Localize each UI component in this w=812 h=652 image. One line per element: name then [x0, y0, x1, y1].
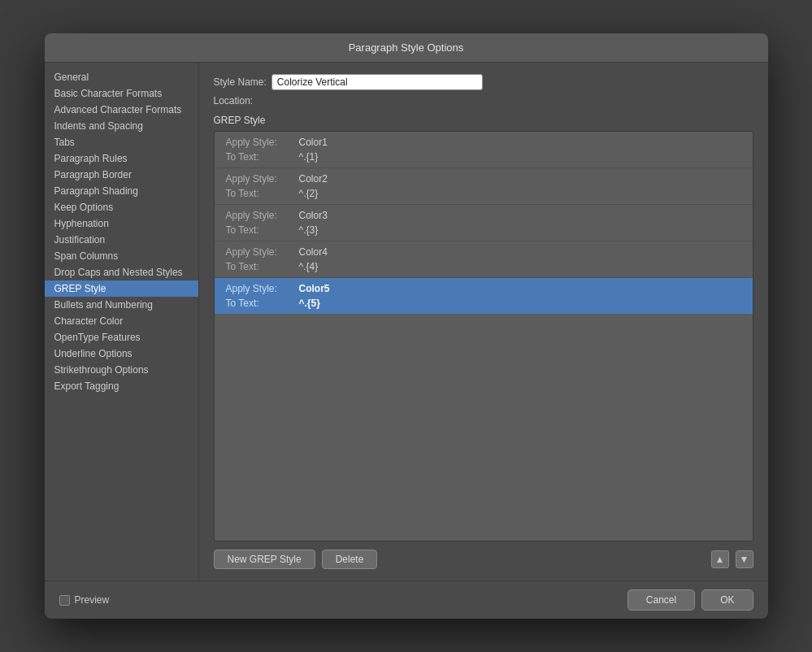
sidebar-item-basic-character-formats[interactable]: Basic Character Formats — [45, 85, 198, 102]
grep-buttons-row: New GREP Style Delete ▲ ▼ — [214, 550, 753, 569]
sidebar: GeneralBasic Character FormatsAdvanced C… — [45, 63, 199, 580]
to-text-value-4: ^.{4} — [299, 261, 319, 272]
grep-row-1[interactable]: Apply Style:Color1To Text:^.{1} — [215, 132, 753, 168]
sidebar-item-drop-caps-and-nested-styles[interactable]: Drop Caps and Nested Styles — [45, 264, 198, 280]
to-text-label-3: To Text: — [226, 224, 299, 236]
style-name-input[interactable] — [271, 74, 483, 90]
cancel-button[interactable]: Cancel — [627, 589, 695, 611]
to-text-label-2: To Text: — [226, 188, 299, 199]
sidebar-item-paragraph-border[interactable]: Paragraph Border — [45, 167, 198, 183]
apply-style-value-2: Color2 — [299, 173, 328, 185]
apply-style-value-1: Color1 — [299, 137, 328, 148]
sidebar-item-underline-options[interactable]: Underline Options — [45, 346, 198, 362]
apply-style-label-4: Apply Style: — [226, 246, 299, 258]
apply-style-label-5: Apply Style: — [226, 283, 299, 294]
to-text-value-2: ^.{2} — [299, 188, 319, 199]
dialog-title: Paragraph Style Options — [45, 33, 768, 63]
sidebar-item-indents-and-spacing[interactable]: Indents and Spacing — [45, 118, 198, 134]
location-label: Location: — [214, 95, 254, 106]
sidebar-item-strikethrough-options[interactable]: Strikethrough Options — [45, 362, 198, 378]
to-text-label-1: To Text: — [226, 151, 299, 163]
to-text-value-5: ^.{5} — [299, 298, 320, 309]
sidebar-item-bullets-and-numbering[interactable]: Bullets and Numbering — [45, 297, 198, 313]
delete-button[interactable]: Delete — [322, 550, 378, 569]
apply-style-label-3: Apply Style: — [226, 210, 299, 221]
preview-checkbox[interactable] — [59, 595, 70, 606]
to-text-value-3: ^.{3} — [299, 224, 319, 236]
sidebar-item-paragraph-shading[interactable]: Paragraph Shading — [45, 183, 198, 199]
to-text-label-5: To Text: — [226, 298, 299, 309]
main-content: Style Name: Location: GREP Style Apply S… — [199, 63, 768, 580]
to-text-label-4: To Text: — [226, 261, 299, 272]
new-grep-style-button[interactable]: New GREP Style — [214, 550, 315, 569]
grep-row-5[interactable]: Apply Style:Color5To Text:^.{5} — [215, 278, 753, 314]
grep-row-3[interactable]: Apply Style:Color3To Text:^.{3} — [215, 205, 753, 241]
apply-style-value-4: Color4 — [299, 246, 328, 258]
sidebar-item-keep-options[interactable]: Keep Options — [45, 199, 198, 215]
apply-style-label-1: Apply Style: — [226, 137, 299, 148]
paragraph-style-options-dialog: Paragraph Style Options GeneralBasic Cha… — [45, 33, 768, 619]
ok-button[interactable]: OK — [701, 589, 753, 611]
sidebar-item-tabs[interactable]: Tabs — [45, 134, 198, 150]
grep-style-table: Apply Style:Color1To Text:^.{1}Apply Sty… — [214, 131, 753, 541]
sidebar-item-character-color[interactable]: Character Color — [45, 313, 198, 329]
to-text-value-1: ^.{1} — [299, 151, 319, 163]
grep-row-2[interactable]: Apply Style:Color2To Text:^.{2} — [215, 168, 753, 205]
grep-row-4[interactable]: Apply Style:Color4To Text:^.{4} — [215, 241, 753, 278]
move-up-button[interactable]: ▲ — [711, 550, 729, 568]
style-name-label: Style Name: — [214, 76, 267, 88]
apply-style-value-3: Color3 — [299, 210, 328, 221]
move-down-button[interactable]: ▼ — [736, 550, 753, 568]
sidebar-item-general[interactable]: General — [45, 69, 198, 85]
sidebar-item-grep-style[interactable]: GREP Style — [45, 280, 198, 297]
sidebar-item-advanced-character-formats[interactable]: Advanced Character Formats — [45, 102, 198, 118]
sidebar-item-span-columns[interactable]: Span Columns — [45, 248, 198, 264]
grep-style-section-title: GREP Style — [214, 115, 753, 126]
apply-style-label-2: Apply Style: — [226, 173, 299, 185]
preview-row: Preview — [59, 594, 110, 606]
sidebar-item-opentype-features[interactable]: OpenType Features — [45, 329, 198, 346]
sidebar-item-justification[interactable]: Justification — [45, 232, 198, 248]
footer-buttons: Cancel OK — [627, 589, 753, 611]
apply-style-value-5: Color5 — [299, 283, 330, 294]
sidebar-item-paragraph-rules[interactable]: Paragraph Rules — [45, 150, 198, 167]
dialog-footer: Preview Cancel OK — [45, 580, 768, 619]
preview-label: Preview — [75, 594, 110, 606]
sidebar-item-export-tagging[interactable]: Export Tagging — [45, 378, 198, 394]
sidebar-item-hyphenation[interactable]: Hyphenation — [45, 215, 198, 232]
